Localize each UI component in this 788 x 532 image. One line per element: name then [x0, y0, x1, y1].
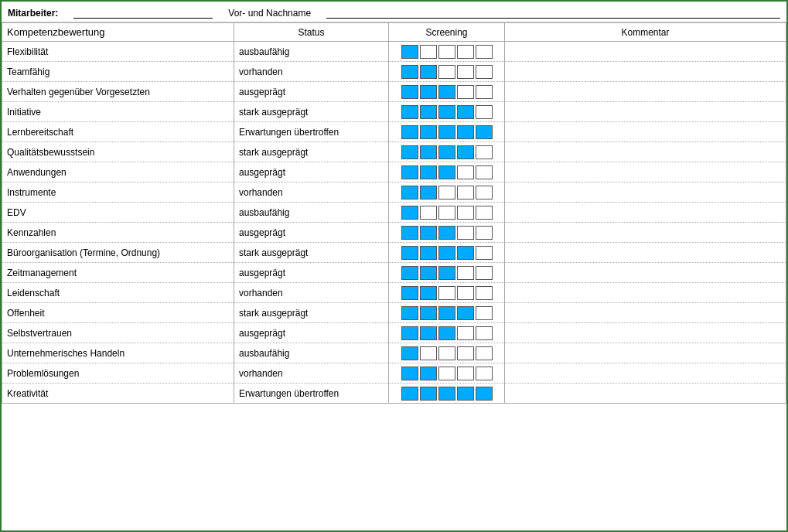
competency-cell: Offenheit [2, 303, 234, 323]
screening-bar [420, 387, 437, 401]
competency-cell: Flexibilität [2, 42, 234, 62]
comment-cell[interactable] [505, 182, 786, 203]
header: Mitarbeiter: Vor- und Nachname [2, 2, 786, 22]
status-cell: stark ausgeprägt [234, 243, 389, 263]
screening-bar [476, 186, 493, 200]
screening-bar [476, 387, 493, 401]
screening-bar [476, 65, 493, 79]
screening-cell [389, 62, 505, 82]
screening-cell [389, 343, 505, 363]
screening-bar [476, 165, 493, 179]
comment-cell[interactable] [505, 384, 786, 404]
screening-bar [401, 286, 418, 300]
screening-bar [457, 65, 474, 79]
screening-bar [457, 125, 474, 139]
competency-cell: Leidenschaft [2, 283, 234, 303]
col-header-competency: Kompetenzbewertung [2, 23, 234, 42]
screening-bar [457, 266, 474, 280]
mitarbeiter-field [73, 6, 213, 19]
col-header-screening: Screening [389, 23, 505, 42]
screening-bar [476, 125, 493, 139]
status-cell: vorhanden [234, 283, 389, 303]
table-row: Selbstvertrauenausgeprägt [2, 323, 786, 343]
screening-bar [438, 105, 455, 119]
screening-bar [438, 165, 455, 179]
screening-bar [438, 85, 455, 99]
comment-cell[interactable] [505, 203, 786, 223]
screening-bar [476, 367, 493, 380]
table-row: Qualitätsbewusstseinstark ausgeprägt [2, 142, 786, 162]
screening-bar [438, 226, 455, 240]
screening-bar [476, 306, 493, 320]
screening-bar [457, 326, 474, 340]
screening-bar [401, 165, 418, 179]
comment-cell[interactable] [505, 303, 786, 323]
screening-bar [401, 266, 418, 280]
screening-bar [476, 286, 493, 300]
comment-cell[interactable] [505, 283, 786, 303]
screening-bar [476, 266, 493, 280]
status-cell: Erwartungen übertroffen [234, 384, 389, 404]
screening-bar [457, 346, 474, 360]
screening-cell [389, 162, 505, 182]
table-row: LernbereitschaftErwartungen übertroffen [2, 122, 786, 142]
screening-bar [401, 326, 418, 340]
screening-bar [438, 326, 455, 340]
comment-cell[interactable] [505, 102, 786, 122]
col-header-comment: Kommentar [505, 23, 786, 42]
comment-cell[interactable] [505, 162, 786, 182]
competency-cell: Problemlösungen [2, 363, 234, 384]
comment-cell[interactable] [505, 343, 786, 363]
competency-cell: Verhalten gegenüber Vorgesetzten [2, 82, 234, 102]
screening-cell [389, 283, 505, 303]
competency-cell: Teamfähig [2, 62, 234, 82]
screening-bar [438, 206, 455, 220]
status-cell: ausgeprägt [234, 323, 389, 343]
screening-bar [401, 306, 418, 320]
competency-cell: Instrumente [2, 182, 234, 203]
screening-bar [476, 246, 493, 260]
comment-cell[interactable] [505, 243, 786, 263]
screening-bar [476, 346, 493, 360]
competency-cell: EDV [2, 203, 234, 223]
comment-cell[interactable] [505, 363, 786, 384]
comment-cell[interactable] [505, 263, 786, 283]
table-row: Offenheitstark ausgeprägt [2, 303, 786, 323]
comment-cell[interactable] [505, 122, 786, 142]
comment-cell[interactable] [505, 142, 786, 162]
status-cell: ausbaufähig [234, 343, 389, 363]
table-row: Zeitmanagementausgeprägt [2, 263, 786, 283]
competency-cell: Kennzahlen [2, 223, 234, 243]
screening-bar [476, 45, 493, 59]
screening-cell [389, 323, 505, 343]
status-cell: ausgeprägt [234, 162, 389, 182]
competency-cell: Zeitmanagement [2, 263, 234, 283]
screening-bar [420, 326, 437, 340]
screening-bar [401, 346, 418, 360]
screening-bar [457, 306, 474, 320]
competency-table: Kompetenzbewertung Status Screening Komm… [2, 22, 786, 404]
screening-bar [438, 145, 455, 159]
status-cell: vorhanden [234, 62, 389, 82]
table-row: Anwendungenausgeprägt [2, 162, 786, 182]
competency-cell: Büroorganisation (Termine, Ordnung) [2, 243, 234, 263]
screening-cell [389, 263, 505, 283]
comment-cell[interactable] [505, 82, 786, 102]
screening-bar [438, 286, 455, 300]
competency-cell: Anwendungen [2, 162, 234, 182]
screening-bar [420, 346, 437, 360]
comment-cell[interactable] [505, 62, 786, 82]
comment-cell[interactable] [505, 323, 786, 343]
screening-bar [401, 367, 418, 380]
screening-bar [457, 105, 474, 119]
comment-cell[interactable] [505, 223, 786, 243]
status-cell: ausbaufähig [234, 203, 389, 223]
table-row: Instrumentevorhanden [2, 182, 786, 203]
screening-bar [457, 286, 474, 300]
screening-bar [420, 186, 437, 200]
status-cell: stark ausgeprägt [234, 303, 389, 323]
comment-cell[interactable] [505, 42, 786, 62]
screening-bar [401, 246, 418, 260]
mitarbeiter-label: Mitarbeiter: [8, 8, 58, 19]
table-row: Flexibilitätausbaufähig [2, 42, 786, 62]
